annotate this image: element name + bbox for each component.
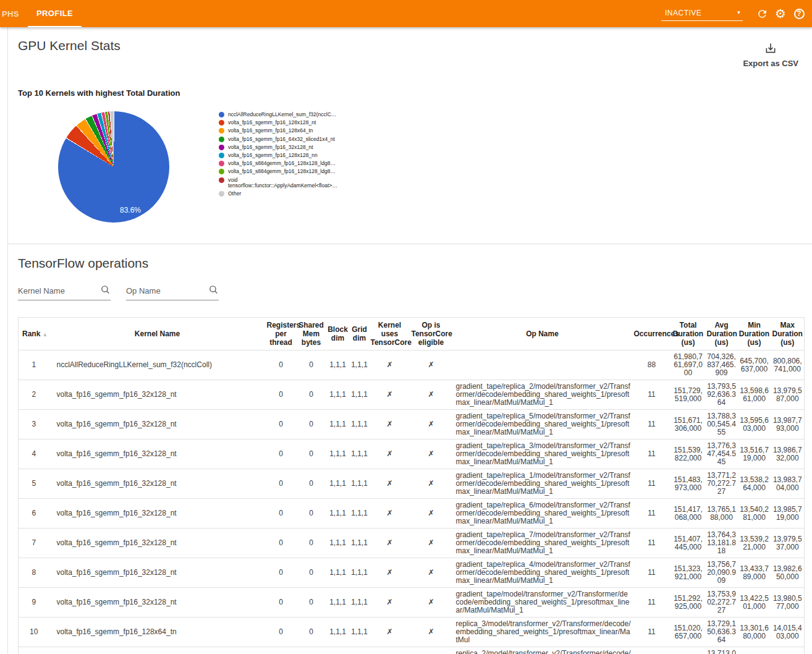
op-name-input[interactable] xyxy=(126,286,208,295)
legend-item: ncclAllReduceRingLLKernel_sum_f32(ncclC… xyxy=(219,112,345,118)
cell-min-duration: 13,539,221,000 xyxy=(738,529,771,558)
chevron-down-icon: ▼ xyxy=(737,10,742,15)
tf-operations-title: TensorFlow operations xyxy=(18,255,802,271)
legend-color-dot xyxy=(219,112,224,117)
col-header-kernel-uses-tensorcore[interactable]: Kernel uses TensorCore xyxy=(370,318,410,350)
cell-block-dim: 1,1,1 xyxy=(326,529,350,558)
cell-rank: 10 xyxy=(19,618,49,647)
cell-min-duration: 13,422,501,000 xyxy=(738,588,771,618)
legend-color-dot xyxy=(219,137,224,142)
cell-avg-duration: 13,793,592,636.364 xyxy=(706,380,738,410)
export-csv-button[interactable]: Export as CSV xyxy=(743,42,798,68)
cell-max-duration: 13,979,537,000 xyxy=(771,529,805,558)
legend-color-dot xyxy=(219,120,224,125)
legend-label: void tensorflow::functor::ApplyAdamKerne… xyxy=(228,177,345,189)
cell-op-name: gradient_tape/replica_2/model/transforme… xyxy=(452,380,633,410)
col-header-max-duration[interactable]: Max Duration (us) xyxy=(771,318,805,350)
cell-kernel-name: volta_fp16_sgemm_fp16_32x128_nt xyxy=(49,588,266,618)
cell-block-dim: 1,1,1 xyxy=(326,440,350,469)
search-icon xyxy=(208,284,219,297)
cell-grid-dim: 1,1,1 xyxy=(350,529,370,558)
col-header-registers-per-thread[interactable]: Registers per thread xyxy=(266,318,297,350)
cell-max-duration: 13,986,732,000 xyxy=(771,440,805,469)
tab-graphs[interactable]: PHS xyxy=(0,0,28,27)
cell-grid-dim: 1,1,1 xyxy=(350,647,370,654)
table-row: 10volta_fp16_sgemm_fp16_128x64_tn001,1,1… xyxy=(19,618,805,647)
col-header-shared-mem-bytes[interactable]: Shared Mem bytes xyxy=(297,318,326,350)
cell-occurrences: 11 xyxy=(633,647,671,654)
cell-rank: 11 xyxy=(19,647,49,654)
cell-occurrences: 11 xyxy=(633,469,671,499)
cell-shared-mem-bytes: 0 xyxy=(297,588,326,618)
cell-op-name: gradient_tape/replica_4/model/transforme… xyxy=(452,558,633,588)
cell-kernel-name: volta_fp16_sgemm_fp16_128x64_tn xyxy=(49,618,266,647)
cell-block-dim: 1,1,1 xyxy=(326,618,350,647)
cell-registers-per-thread: 0 xyxy=(266,469,297,499)
run-selector-dropdown[interactable]: INACTIVE ▼ xyxy=(661,7,743,21)
gear-icon[interactable]: ⚙ xyxy=(771,4,790,23)
cell-rank: 9 xyxy=(19,588,49,618)
col-header-total-duration[interactable]: Total Duration (us) xyxy=(671,318,706,350)
col-header-min-duration[interactable]: Min Duration (us) xyxy=(738,318,771,350)
cell-max-duration: 13,987,793,000 xyxy=(771,410,805,440)
cell-op-is-tensorcore-eligible: ✗ xyxy=(410,380,452,410)
table-row: 7volta_fp16_sgemm_fp16_32x128_nt001,1,11… xyxy=(19,529,805,558)
pie-legend: ncclAllReduceRingLLKernel_sum_f32(ncclC…… xyxy=(219,112,345,223)
legend-item: volta_fp16_sgemm_fp16_128x128_nn xyxy=(219,153,345,159)
cell-min-duration: 13,516,719,000 xyxy=(738,440,771,469)
cell-min-duration: 13,300,679,000 xyxy=(738,647,771,654)
cell-max-duration: 14,015,403,000 xyxy=(771,618,805,647)
cell-kernel-uses-tensorcore: ✗ xyxy=(370,647,410,654)
cell-kernel-name: ncclAllReduceRingLLKernel_sum_f32(ncclCo… xyxy=(49,350,266,380)
cell-op-is-tensorcore-eligible: ✗ xyxy=(410,440,452,469)
pie-percent-label: 83.6% xyxy=(120,206,141,214)
col-header-rank[interactable]: Rank▲ xyxy=(19,318,49,350)
col-header-grid-dim[interactable]: Grid dim xyxy=(350,318,370,350)
cell-block-dim: 1,1,1 xyxy=(326,469,350,499)
col-header-block-dim[interactable]: Block dim xyxy=(326,318,350,350)
page-title: GPU Kernel Stats xyxy=(18,37,802,53)
legend-label: volta_fp16_sgemm_fp16_128x128_nt xyxy=(228,120,316,126)
help-icon[interactable]: ? xyxy=(790,4,808,23)
cell-min-duration: 645,700,637,000 xyxy=(738,350,771,380)
cell-total-duration: 61,980,761,697,000 xyxy=(671,350,706,380)
cell-occurrences: 11 xyxy=(633,588,671,618)
cell-total-duration: 151,407,445,000 xyxy=(671,529,706,558)
col-header-op-name[interactable]: Op Name xyxy=(452,318,633,350)
col-header-kernel-name[interactable]: Kernel Name xyxy=(49,318,266,350)
cell-rank: 3 xyxy=(19,410,49,440)
cell-avg-duration: 13,764,313,181.818 xyxy=(706,529,738,558)
cell-op-name: replica_3/model/transformer_v2/Transform… xyxy=(452,618,633,647)
cell-grid-dim: 1,1,1 xyxy=(350,440,370,469)
cell-op-name: gradient_tape/replica_3/model/transforme… xyxy=(452,440,633,469)
legend-label: volta_fp16_sgemm_fp16_32x128_nt xyxy=(228,145,313,151)
cell-registers-per-thread: 0 xyxy=(266,350,297,380)
kernel-name-input[interactable] xyxy=(18,286,100,295)
cell-kernel-uses-tensorcore: ✗ xyxy=(370,410,410,440)
cell-grid-dim: 1,1,1 xyxy=(350,618,370,647)
cell-max-duration: 13,982,650,000 xyxy=(771,558,805,588)
refresh-icon[interactable] xyxy=(753,4,771,23)
cell-registers-per-thread: 0 xyxy=(266,499,297,529)
cell-op-is-tensorcore-eligible: ✗ xyxy=(410,469,452,499)
cell-kernel-uses-tensorcore: ✗ xyxy=(370,558,410,588)
table-row: 11volta_fp16_sgemm_fp16_128x64_tn001,1,1… xyxy=(19,647,805,654)
cell-avg-duration: 13,771,270,272.727 xyxy=(706,469,738,499)
cell-grid-dim: 1,1,1 xyxy=(350,558,370,588)
cell-rank: 5 xyxy=(19,469,49,499)
col-header-avg-duration[interactable]: Avg Duration (us) xyxy=(706,318,738,350)
cell-kernel-uses-tensorcore: ✗ xyxy=(370,469,410,499)
cell-registers-per-thread: 0 xyxy=(266,529,297,558)
cell-shared-mem-bytes: 0 xyxy=(297,410,326,440)
cell-min-duration: 13,540,281,000 xyxy=(738,499,771,529)
gpu-kernel-stats-section: GPU Kernel Stats Export as CSV Top 10 Ke… xyxy=(8,27,812,244)
cell-min-duration: 13,595,603,000 xyxy=(738,410,771,440)
col-header-occurrences[interactable]: Occurrences xyxy=(633,318,671,350)
cell-max-duration: 800,806,741,000 xyxy=(771,350,805,380)
col-header-op-is-tensorcore-eligible[interactable]: Op is TensorCore eligible xyxy=(410,318,452,350)
table-row: 9volta_fp16_sgemm_fp16_32x128_nt001,1,11… xyxy=(19,588,805,618)
tab-profile[interactable]: PROFILE xyxy=(28,0,82,27)
table-row: 8volta_fp16_sgemm_fp16_32x128_nt001,1,11… xyxy=(19,558,805,588)
legend-label: ncclAllReduceRingLLKernel_sum_f32(ncclC… xyxy=(228,112,336,118)
cell-total-duration: 151,671,306,000 xyxy=(671,410,706,440)
